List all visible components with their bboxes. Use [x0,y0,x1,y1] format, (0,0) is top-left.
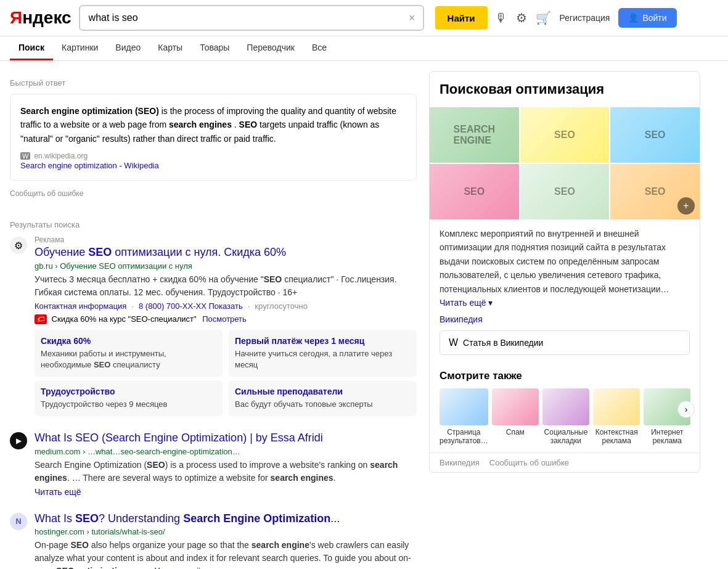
also-see-title: Смотрите также [430,365,700,388]
also-see-label-5: Интернет реклама [644,428,690,445]
wiki-source: W en.wikipedia.org [20,152,406,160]
phone-link[interactable]: 8 (800) 700-ХХ-ХХ Показать [139,301,243,311]
settings-icon[interactable]: ⚙ [516,10,527,25]
knowledge-panel: Поисковая оптимизация SEARCHENGINE SEO S… [429,71,700,473]
panel-image-4[interactable]: SEO [430,164,519,219]
result-links-1: Контактная информация · 8 (800) 700-ХХ-Х… [35,301,417,311]
ad-cards-row2: Трудоустройство Трудоустройство через 9 … [35,380,417,416]
contact-link[interactable]: Контактная информация [35,301,126,311]
ad-card-3: Трудоустройство Трудоустройство через 9 … [35,380,223,416]
ad-card-title-3[interactable]: Трудоустройство [41,387,115,396]
tab-translate[interactable]: Переводчик [238,36,303,60]
panel-image-5[interactable]: SEO [520,164,610,219]
discount-note: 🏷 Скидка 60% на курс "SEO-специалист" По… [35,314,417,324]
cart-icon[interactable]: 🛒 [536,10,551,25]
panel-description: Комплекс мероприятий по внутренней и вне… [430,227,700,314]
ad-card-title-1[interactable]: Скидка 60% [41,336,91,346]
ad-label: Реклама [35,235,417,244]
tab-all[interactable]: Все [303,36,335,60]
footer-wiki-link[interactable]: Википедия [440,458,480,467]
tag-icon: 🏷 [35,314,47,324]
also-see-label-1: Страница результатов… [440,428,488,445]
header: Яндекс what is seo × Найти 🎙 ⚙ 🛒 Регистр… [0,0,728,36]
wiki-badge: W [20,152,30,160]
wiki-btn-icon: W [449,337,458,348]
ad-card-title-2[interactable]: Первый платёж через 1 месяц [235,336,364,346]
read-more-2[interactable]: Читать ещё [35,487,81,497]
wiki-article-link[interactable]: Search engine optimization - Wikipedia [20,161,159,170]
tab-images[interactable]: Картинки [53,36,107,60]
result-url-1: gb.ru › Обучение SEO оптимизации с нуля [35,261,417,271]
also-see-label-2: Спам [492,428,539,436]
also-see-item-4[interactable]: Контекстная реклама [593,388,640,445]
quick-answer-text: Search engine optimization (SEO) is the … [20,104,406,145]
result-favicon-1: ⚙ [10,237,27,254]
yandex-logo[interactable]: Яндекс [10,8,72,28]
quick-answer-box: Search engine optimization (SEO) is the … [10,94,417,181]
result-content-2: What Is SEO (Search Engine Optimization)… [35,431,417,496]
panel-footer: Википедия Сообщить об ошибке [430,452,700,472]
ad-card-title-4[interactable]: Сильные преподаватели [235,387,343,396]
quick-answer-section: Быстрый ответ Search engine optimization… [10,71,417,210]
login-button[interactable]: 👤 Войти [618,8,676,28]
microphone-icon[interactable]: 🎙 [495,11,507,25]
result-url-3: hostinger.com › tutorials/what-is-seo/ [35,527,417,536]
tab-goods[interactable]: Товары [191,36,238,60]
seo-acronym: SEO [239,120,258,129]
left-column: Быстрый ответ Search engine optimization… [10,71,417,569]
panel-image-3[interactable]: SEO [610,107,700,163]
tab-search[interactable]: Поиск [10,36,53,60]
panel-read-more[interactable]: Читать ещё ▾ [440,298,493,308]
result-2: ▶ What Is SEO (Search Engine Optimizatio… [10,431,417,496]
panel-image-1[interactable]: SEARCHENGINE [430,107,519,163]
also-see-item-3[interactable]: Социальные закладки [542,388,589,445]
panel-source-link[interactable]: Википедия [430,314,700,324]
ad-card-desc-4: Вас будут обучать топовые эксперты [235,399,411,410]
ad-card-desc-3: Трудоустройство через 9 месяцев [41,399,216,410]
panel-image-2[interactable]: SEO [520,107,610,163]
result-desc-3: On-page SEO also helps organize your pag… [35,539,417,569]
search-bar: what is seo × [79,5,424,31]
result-title-1[interactable]: Обучение SEO оптимизации с нуля. Скидка … [35,246,286,258]
ad-card-desc-1: Механики работы и инструменты, необходим… [41,348,216,370]
wiki-btn-label: Статья в Википедии [463,338,543,348]
result-title-3[interactable]: What Is SEO? Understanding Search Engine… [35,512,340,525]
result-content-1: Реклама Обучение SEO оптимизации с нуля.… [35,235,417,416]
register-button[interactable]: Регистрация [560,13,610,23]
footer-report-link[interactable]: Сообщить об ошибке [489,458,569,467]
right-column: Поисковая оптимизация SEARCHENGINE SEO S… [429,71,700,569]
search-input[interactable]: what is seo [85,12,406,23]
result-title-2[interactable]: What Is SEO (Search Engine Optimization)… [35,432,323,444]
ad-card-desc-2: Начните учиться сегодня, а платите через… [235,348,411,370]
result-favicon-2: ▶ [10,432,27,449]
also-see-thumb-4 [593,388,640,425]
wiki-article-button[interactable]: W Статья в Википедии [440,330,690,355]
tab-video[interactable]: Видео [107,36,149,60]
main-layout: Быстрый ответ Search engine optimization… [0,61,728,569]
read-more-3[interactable]: Читать ещё [155,566,202,569]
result-content-3: What Is SEO? Understanding Search Engine… [35,512,417,569]
panel-images: SEARCHENGINE SEO SEO SEO SEO SEO + [430,107,700,219]
result-3: N What Is SEO? Understanding Search Engi… [10,512,417,569]
tab-maps[interactable]: Карты [149,36,191,60]
ad-cards: Скидка 60% Механики работы и инструменты… [35,330,417,377]
clear-button[interactable]: × [406,12,418,25]
more-images-button[interactable]: + [677,197,695,215]
header-icons: 🎙 ⚙ 🛒 Регистрация 👤 Войти [495,8,677,28]
navigation-tabs: Поиск Картинки Видео Карты Товары Перево… [0,36,728,61]
also-see-item-1[interactable]: Страница результатов… [440,388,488,445]
also-see-thumb-2 [492,388,539,425]
report-error-link[interactable]: Сообщить об ошибке [10,184,417,203]
view-discount-link[interactable]: Посмотреть [202,314,247,324]
also-see-label-4: Контекстная реклама [593,428,640,445]
search-button[interactable]: Найти [435,6,488,30]
result-ad-1: ⚙ Реклама Обучение SEO оптимизации с нул… [10,235,417,416]
wiki-url: en.wikipedia.org [34,152,88,160]
result-favicon-3: N [10,513,27,530]
result-desc-1: Учитесь 3 месяца бесплатно + скидка 60% … [35,273,417,299]
ad-card-1: Скидка 60% Механики работы и инструменты… [35,330,223,377]
also-see-thumb-3 [542,388,589,425]
also-see-item-2[interactable]: Спам [492,388,539,445]
also-see-next-button[interactable]: › [677,401,695,418]
panel-title: Поисковая оптимизация [430,72,700,107]
